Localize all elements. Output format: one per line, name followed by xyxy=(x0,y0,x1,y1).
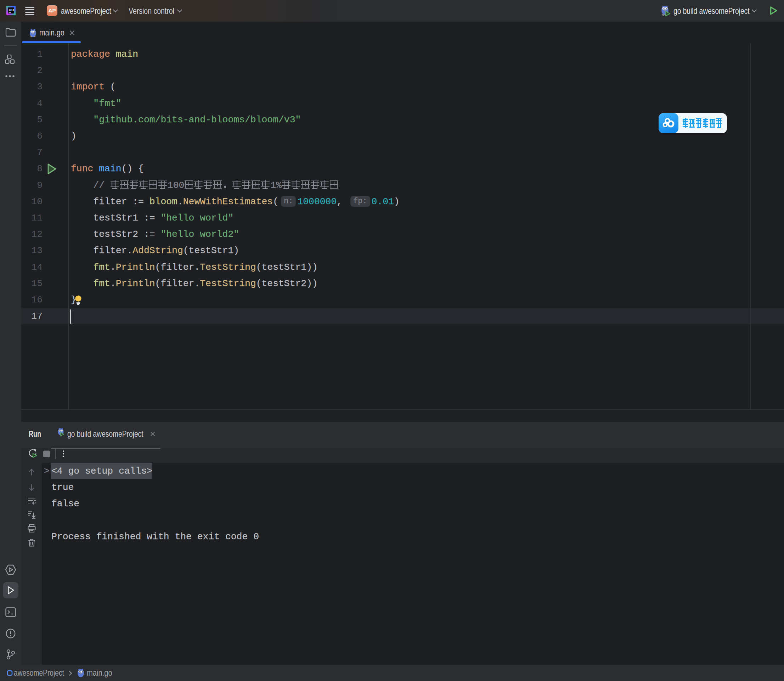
svg-text:GO: GO xyxy=(9,8,14,12)
